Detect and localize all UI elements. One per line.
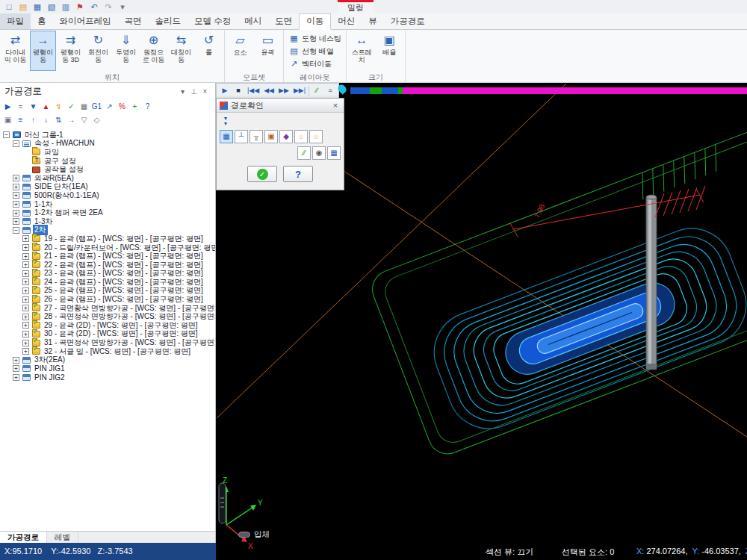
pin-icon[interactable]: ⊥	[188, 87, 199, 96]
expander-icon[interactable]: +	[22, 253, 29, 260]
lamp-toggle-1[interactable]: ☼	[294, 130, 308, 143]
filter-icon[interactable]: ≈	[14, 100, 27, 112]
stretch-button[interactable]: ↔스트레치	[349, 31, 375, 71]
tab-transform[interactable]: 이동	[299, 13, 331, 30]
tab-home[interactable]: 홈	[31, 13, 53, 29]
tab-surfaces[interactable]: 곡면	[118, 13, 149, 29]
expander-icon[interactable]: +	[22, 340, 29, 346]
rewind-button[interactable]: |◀◀	[246, 84, 261, 97]
tree-item[interactable]: 공작물 설정	[0, 165, 215, 174]
graphics-viewport[interactable]: 7.98 Z Y X ▶■|◀◀◀◀▶▶▶▶|∕∕≡ 경로확인	[216, 83, 747, 560]
insert-arrow-icon[interactable]: →	[65, 113, 78, 125]
tab-view[interactable]: 뷰	[362, 13, 384, 29]
dialog-titlebar[interactable]: 경로확인 ×	[217, 99, 344, 113]
tab-drafting[interactable]: 도면	[268, 13, 299, 29]
move-up-icon[interactable]: ↑	[27, 113, 40, 125]
undo-icon[interactable]: ↶	[88, 1, 100, 13]
expander-icon[interactable]: −	[13, 140, 19, 147]
tool-display-toggle[interactable]: ┴	[235, 130, 248, 143]
select-all-icon[interactable]: ▶	[1, 100, 14, 112]
help-icon[interactable]: ?	[141, 100, 154, 112]
backplot-icon[interactable]: ✓	[65, 100, 78, 112]
expander-icon[interactable]: +	[22, 348, 29, 355]
new-op-icon[interactable]: +	[128, 100, 141, 112]
display-toggle-icon[interactable]: ≡	[14, 113, 27, 125]
ok-button[interactable]: ✓	[247, 166, 277, 182]
expander-icon[interactable]: +	[13, 374, 19, 381]
tab-solids[interactable]: 솔리드	[149, 13, 188, 29]
stock-display-toggle[interactable]: ▣	[264, 130, 278, 143]
redo-icon[interactable]: ↷	[102, 1, 114, 13]
tab-model-prep[interactable]: 모델 수정	[187, 13, 238, 29]
lamp-toggle-2[interactable]: ☼	[309, 130, 323, 143]
expander-icon[interactable]: +	[22, 331, 29, 337]
scroll-icon[interactable]: ▽	[78, 113, 90, 125]
tree-item[interactable]: +PIN JIG1	[0, 364, 215, 373]
linear-array-button[interactable]: ▤선형 배열	[285, 45, 344, 57]
project-move-button[interactable]: ⇓투영이동	[113, 31, 139, 71]
holder-display-toggle[interactable]: ╥	[249, 130, 263, 143]
print-preview-icon[interactable]: ▥	[60, 1, 72, 13]
expander-icon[interactable]: +	[22, 314, 29, 320]
expander-icon[interactable]: +	[22, 279, 29, 285]
new-file-icon[interactable]: □	[3, 1, 15, 13]
tree-item[interactable]: −속성 - HWACHUN	[0, 140, 215, 149]
offset-entity-button[interactable]: ▱요소	[227, 31, 253, 71]
expander-icon[interactable]: +	[22, 305, 29, 311]
expander-icon[interactable]: +	[13, 201, 19, 208]
nesting-button[interactable]: ▦도형 네스팅	[285, 32, 344, 45]
tree-item[interactable]: 공구 설정	[0, 157, 215, 166]
machine-display-toggle[interactable]: ▦	[220, 130, 233, 143]
save-result-icon[interactable]: ▦	[327, 146, 341, 160]
panel-close-icon[interactable]: ×	[199, 87, 211, 96]
offset-contour-button[interactable]: ▭윤곽	[255, 31, 281, 71]
vector-move-button[interactable]: ↗벡터이동	[285, 57, 344, 70]
print-icon[interactable]: ▧	[46, 1, 58, 13]
help-button[interactable]: ?	[283, 166, 313, 182]
expander-icon[interactable]: +	[13, 357, 19, 364]
expander-icon[interactable]: +	[13, 184, 19, 190]
regen-all-icon[interactable]: ↯	[52, 100, 65, 112]
post-icon[interactable]: ↗	[103, 100, 116, 112]
dialog-close-icon[interactable]: ×	[330, 101, 341, 110]
rotate-move-button[interactable]: ↻회전이동	[85, 31, 111, 71]
bookmark-icon[interactable]: ⚑	[74, 1, 86, 13]
collapse-chevron-icon[interactable]: ▼▼	[220, 116, 232, 128]
tree-item[interactable]: 파일	[0, 148, 215, 157]
open-icon[interactable]: ▤	[17, 1, 29, 13]
expander-icon[interactable]: +	[22, 296, 29, 303]
expander-icon[interactable]: −	[13, 227, 19, 234]
tree-item[interactable]: +PIN JIG2	[0, 373, 215, 382]
step-back-button[interactable]: ◀◀	[262, 84, 276, 97]
path-display-button[interactable]: ≡	[324, 84, 336, 97]
tab-wireframe[interactable]: 와이어프레임	[53, 13, 118, 29]
panel-tab-levels[interactable]: 레벨	[47, 532, 78, 543]
view-slider[interactable]	[219, 483, 226, 523]
expander-icon[interactable]: +	[13, 365, 19, 372]
tree-item[interactable]: +3차(2EA)	[0, 355, 215, 364]
expander-icon[interactable]: +	[13, 218, 19, 225]
mirror-move-button[interactable]: ⇆대칭이동	[168, 31, 194, 71]
tab-toolpaths[interactable]: 가공경로	[384, 13, 432, 29]
select-dropdown-icon[interactable]: ▼	[27, 100, 40, 112]
swap-icon[interactable]: ⇅	[52, 113, 65, 125]
single-display-icon[interactable]: ◇	[90, 113, 103, 125]
expander-icon[interactable]: +	[13, 175, 19, 181]
step-forward-button[interactable]: ▶▶	[277, 84, 291, 97]
expander-icon[interactable]: +	[22, 322, 29, 329]
panel-menu-icon[interactable]: ▾	[177, 87, 188, 96]
save-icon[interactable]: ▦	[31, 1, 43, 13]
scale-button[interactable]: ▣배율	[376, 31, 403, 71]
regen-marked-icon[interactable]: ▲	[40, 100, 52, 112]
move-to-origin-button[interactable]: ⊕원점으로 이동	[140, 31, 167, 71]
expander-icon[interactable]: +	[22, 261, 29, 268]
tab-file[interactable]: 파일	[0, 13, 31, 29]
dynamic-move-button[interactable]: ⇄다이내믹 이동	[2, 31, 28, 71]
compare-toggle[interactable]: ◆	[279, 130, 293, 143]
hatch-display-button[interactable]: ∕∕	[311, 84, 323, 97]
snapshot-camera-icon[interactable]: ◉	[312, 146, 326, 160]
hatch-tool-icon[interactable]: ∕∕	[297, 146, 311, 160]
translate-button[interactable]: →평행이동	[30, 31, 56, 71]
expander-icon[interactable]: +	[22, 287, 29, 294]
g1-sim-icon[interactable]: G1	[90, 100, 103, 112]
